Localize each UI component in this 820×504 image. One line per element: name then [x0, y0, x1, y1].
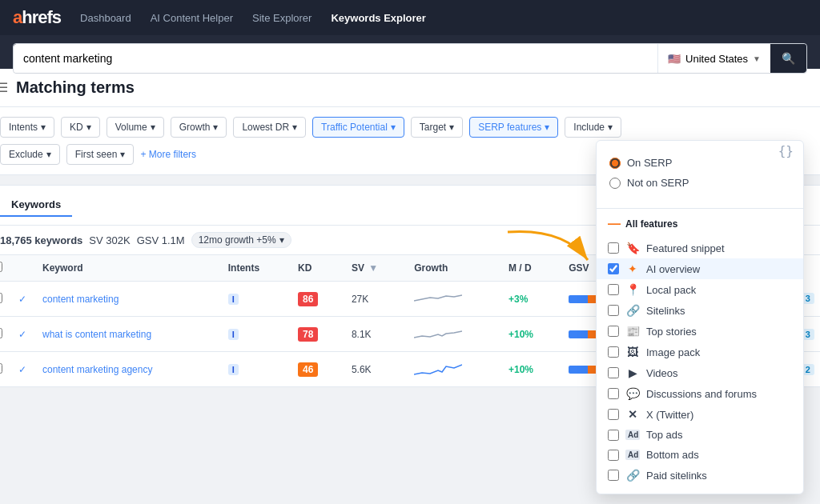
all-features-label: — All features: [597, 214, 803, 234]
cell-sv: 27K: [344, 282, 406, 317]
tab-keywords[interactable]: Keywords: [0, 194, 72, 217]
ai-overview-label: AI overview: [646, 263, 700, 275]
top-stories-label: Top stories: [646, 326, 697, 338]
filter-serp-features[interactable]: SERP features ▾: [469, 117, 558, 138]
all-features-text: All features: [625, 218, 677, 230]
serp-features-dropdown: On SERP Not on SERP — All features 🔖 Fea…: [596, 140, 804, 387]
growth-tag[interactable]: 12mo growth +5% ▾: [191, 232, 291, 248]
cell-kd: 78: [290, 317, 344, 352]
nav-keywords-explorer[interactable]: Keywords Explorer: [331, 12, 426, 24]
filter-kd[interactable]: KD ▾: [61, 117, 100, 138]
videos-checkbox[interactable]: [608, 367, 619, 378]
cell-growth: [406, 352, 500, 387]
sparkline-chart: [414, 323, 462, 342]
search-button[interactable]: 🔍: [770, 44, 806, 73]
ai-overview-checkbox[interactable]: [608, 263, 619, 274]
nav-dashboard[interactable]: Dashboard: [80, 12, 131, 24]
row-checkbox[interactable]: [0, 328, 2, 338]
cell-keyword: what is content marketing: [34, 317, 220, 352]
cell-sv: 8.1K: [344, 317, 406, 352]
cell-keyword: content marketing agency: [34, 352, 220, 387]
intent-badge: I: [228, 329, 239, 340]
nav-site-explorer[interactable]: Site Explorer: [252, 12, 312, 24]
keyword-link[interactable]: content marketing agency: [42, 364, 212, 375]
feature-videos[interactable]: ▶ Videos: [597, 362, 803, 383]
feature-featured-snippet[interactable]: 🔖 Featured snippet: [597, 238, 803, 258]
select-all-checkbox[interactable]: [0, 262, 2, 272]
check-icon: ✓: [18, 329, 26, 340]
keyword-link[interactable]: what is content marketing: [42, 329, 212, 340]
feature-top-stories[interactable]: 📰 Top stories: [597, 321, 803, 342]
not-on-serp-radio[interactable]: [609, 178, 621, 189]
cell-sv: 5.6K: [344, 352, 406, 387]
serp-radio-group: On SERP Not on SERP: [608, 154, 792, 192]
row-checkbox[interactable]: [0, 363, 2, 374]
sparkline-chart: [414, 288, 462, 307]
cell-growth: [406, 282, 500, 317]
cell-checkbox: [0, 352, 10, 387]
image-pack-checkbox[interactable]: [608, 346, 619, 358]
growth-value: +10%: [508, 364, 533, 375]
on-serp-option[interactable]: On SERP: [608, 154, 792, 172]
ai-star-icon: ✦: [625, 262, 640, 275]
col-md: M / D: [500, 255, 561, 282]
cell-kd: 86: [290, 282, 344, 317]
hamburger-icon[interactable]: ☰: [0, 80, 8, 95]
chevron-down-icon: ▾: [279, 234, 284, 246]
search-input[interactable]: [14, 44, 657, 73]
feature-discussions[interactable]: 💬 Discussions and forums: [597, 383, 803, 387]
logo: ahrefs: [13, 7, 61, 28]
filter-target[interactable]: Target ▾: [411, 117, 463, 138]
cell-growth-pct: +10%: [500, 317, 561, 352]
col-kd: KD: [290, 255, 344, 282]
featured-snippet-checkbox[interactable]: [608, 242, 619, 254]
sitelinks-checkbox[interactable]: [608, 305, 619, 316]
top-stories-icon: 📰: [625, 325, 640, 338]
on-serp-radio[interactable]: [609, 158, 621, 169]
kd-badge: 78: [298, 327, 318, 342]
cell-growth-pct: +10%: [500, 352, 561, 387]
not-on-serp-option[interactable]: Not on SERP: [608, 174, 792, 192]
col-growth: Growth: [406, 255, 500, 282]
filter-intents[interactable]: Intents ▾: [0, 117, 54, 138]
chevron-icon: ▾: [46, 149, 51, 160]
filter-volume[interactable]: Volume ▾: [107, 117, 164, 138]
cell-intent: I: [220, 317, 290, 352]
filter-exclude[interactable]: Exclude ▾: [0, 144, 60, 165]
image-pack-label: Image pack: [646, 346, 700, 358]
col-keyword: Keyword: [34, 255, 220, 282]
feature-image-pack[interactable]: 🖼 Image pack: [597, 342, 803, 362]
filter-first-seen[interactable]: First seen ▾: [66, 144, 135, 165]
feature-local-pack[interactable]: 📍 Local pack: [597, 279, 803, 300]
filter-include[interactable]: Include ▾: [565, 117, 621, 138]
feature-sitelinks[interactable]: 🔗 Sitelinks: [597, 300, 803, 321]
chevron-icon: ▾: [213, 122, 218, 133]
intent-badge: I: [228, 294, 239, 305]
row-checkbox[interactable]: [0, 293, 2, 303]
filter-lowest-dr[interactable]: Lowest DR ▾: [233, 117, 306, 138]
more-filters-button[interactable]: + More filters: [140, 149, 196, 160]
top-stories-checkbox[interactable]: [608, 326, 619, 337]
sv-stat: SV 302K: [89, 234, 130, 246]
filter-growth[interactable]: Growth ▾: [171, 117, 227, 138]
keyword-link[interactable]: content marketing: [42, 294, 212, 305]
filter-traffic-potential[interactable]: Traffic Potential ▾: [312, 117, 404, 138]
kd-badge: 86: [298, 292, 318, 306]
on-serp-label: On SERP: [627, 157, 672, 169]
nav-ai-content[interactable]: AI Content Helper: [151, 12, 233, 24]
divider: [597, 208, 803, 209]
minus-icon: —: [608, 217, 621, 231]
cell-intent: I: [220, 282, 290, 317]
code-bracket-icon[interactable]: {}: [778, 143, 794, 158]
cell-growth-pct: +3%: [500, 282, 561, 317]
sitelinks-label: Sitelinks: [646, 305, 685, 317]
md-blue: [569, 330, 588, 338]
country-selector[interactable]: 🇺🇸 United States ▼: [657, 44, 770, 73]
chevron-icon: ▾: [449, 122, 454, 133]
kd-badge: 46: [298, 362, 318, 377]
local-pack-checkbox[interactable]: [608, 284, 619, 295]
col-sv[interactable]: SV ▼: [344, 255, 406, 282]
growth-value: +10%: [508, 329, 533, 340]
feature-ai-overview[interactable]: ✦ AI overview: [597, 258, 803, 279]
chevron-icon: ▾: [41, 122, 46, 133]
